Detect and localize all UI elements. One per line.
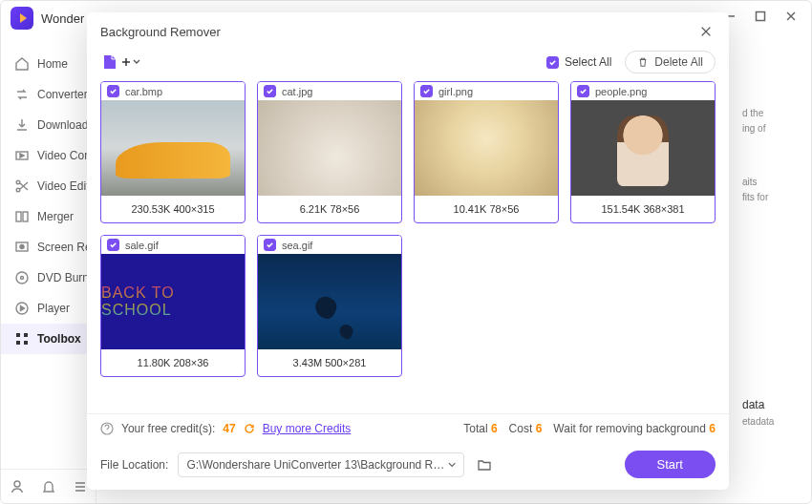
select-all-checkbox[interactable]: Select All: [546, 55, 611, 69]
modal-overlay: Background Remover Select All Del: [1, 1, 811, 503]
credits-label: Your free credit(s):: [121, 422, 215, 435]
chevron-down-icon: [448, 462, 456, 468]
folder-icon: [477, 457, 492, 472]
checkbox-checked-icon: [546, 56, 559, 69]
trash-icon: [637, 56, 649, 68]
file-card-header: girl.png: [415, 82, 558, 100]
file-card-header: sea.gif: [258, 236, 401, 254]
file-name: people.png: [595, 86, 647, 97]
checkbox-checked-icon[interactable]: [107, 85, 119, 97]
file-card-header: sale.gif: [101, 236, 245, 254]
file-grid: car.bmp230.53K 400×315cat.jpg6.21K 78×56…: [100, 81, 716, 377]
chevron-down-icon: [133, 59, 140, 65]
delete-all-button[interactable]: Delete All: [625, 51, 716, 74]
modal-header: Background Remover: [87, 12, 729, 47]
credits-row: Your free credit(s): 47 Buy more Credits…: [87, 413, 729, 443]
checkbox-checked-icon[interactable]: [264, 85, 276, 97]
start-button[interactable]: Start: [625, 451, 716, 478]
file-name: cat.jpg: [282, 86, 312, 97]
checkbox-checked-icon[interactable]: [107, 239, 119, 251]
cost-label: Cost: [509, 422, 533, 435]
wait-value: 6: [709, 422, 716, 435]
cost-value: 6: [536, 422, 543, 435]
select-all-label: Select All: [565, 55, 611, 69]
file-card-header: cat.jpg: [258, 82, 401, 100]
file-card[interactable]: girl.png10.41K 78×56: [414, 81, 559, 223]
plus-icon: [122, 58, 130, 66]
file-thumbnail: [101, 100, 245, 196]
file-meta: 10.41K 78×56: [415, 196, 558, 222]
background-remover-modal: Background Remover Select All Del: [87, 12, 729, 490]
file-card[interactable]: cat.jpg6.21K 78×56: [257, 81, 402, 223]
sale-banner-text: BACK TO SCHOOL: [101, 284, 245, 319]
refresh-icon[interactable]: [244, 423, 255, 434]
total-label: Total: [463, 422, 487, 435]
add-file-icon: [100, 52, 119, 72]
file-location-select[interactable]: G:\Wondershare UniConverter 13\Backgroun…: [178, 452, 464, 477]
open-folder-button[interactable]: [474, 454, 495, 475]
file-card-header: car.bmp: [101, 82, 245, 100]
modal-toolbar: Select All Delete All: [87, 47, 729, 81]
modal-title: Background Remover: [100, 25, 221, 39]
file-card-header: people.png: [571, 82, 715, 100]
file-thumbnail: [258, 100, 401, 196]
file-location-row: File Location: G:\Wondershare UniConvert…: [87, 443, 729, 490]
checkbox-checked-icon[interactable]: [264, 239, 276, 251]
file-meta: 3.43M 500×281: [258, 349, 401, 376]
file-location-label: File Location:: [100, 458, 168, 472]
file-card[interactable]: car.bmp230.53K 400×315: [100, 81, 246, 223]
file-card[interactable]: sea.gif3.43M 500×281: [257, 235, 402, 377]
app-window: Wonder Home Converter Downloader Video C…: [0, 0, 812, 504]
file-name: sale.gif: [125, 240, 159, 251]
file-name: girl.png: [438, 86, 473, 97]
help-icon[interactable]: [100, 422, 114, 435]
file-name: car.bmp: [125, 86, 162, 97]
checkbox-checked-icon[interactable]: [577, 85, 589, 97]
total-value: 6: [491, 422, 498, 435]
wait-label: Wait for removing background: [553, 422, 706, 435]
file-name: sea.gif: [282, 240, 312, 251]
file-meta: 230.53K 400×315: [101, 196, 245, 222]
file-card[interactable]: people.png151.54K 368×381: [570, 81, 716, 223]
file-thumbnail: [258, 254, 401, 349]
file-card[interactable]: sale.gifBACK TO SCHOOL11.80K 208×36: [100, 235, 246, 377]
file-meta: 151.54K 368×381: [571, 196, 715, 222]
checkbox-checked-icon[interactable]: [420, 85, 433, 97]
file-location-path: G:\Wondershare UniConverter 13\Backgroun…: [186, 458, 448, 472]
modal-close-button[interactable]: [696, 22, 716, 41]
file-thumbnail: [415, 100, 558, 196]
credits-count: 47: [223, 422, 235, 435]
file-meta: 6.21K 78×56: [258, 196, 401, 222]
file-meta: 11.80K 208×36: [101, 349, 245, 376]
buy-credits-link[interactable]: Buy more Credits: [263, 422, 352, 435]
file-thumbnail: BACK TO SCHOOL: [101, 254, 245, 349]
delete-all-label: Delete All: [654, 55, 703, 69]
file-grid-container: car.bmp230.53K 400×315cat.jpg6.21K 78×56…: [87, 81, 729, 413]
file-thumbnail: [571, 100, 715, 196]
add-file-button[interactable]: [100, 52, 140, 72]
